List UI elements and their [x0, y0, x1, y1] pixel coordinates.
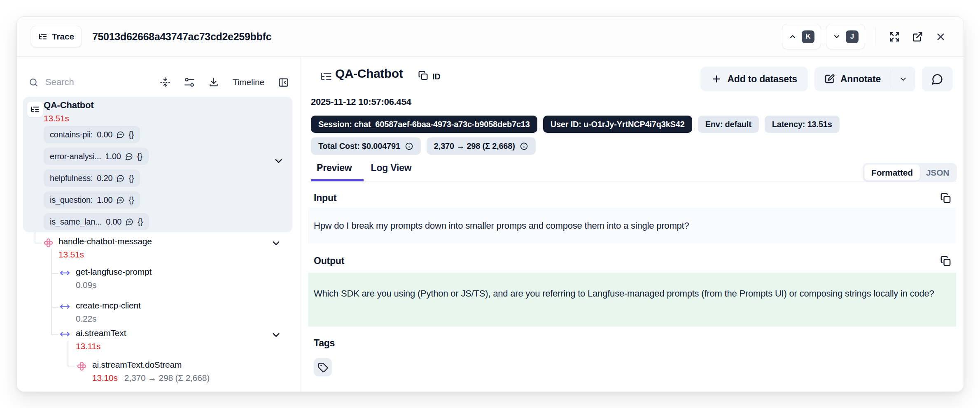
copy-id-icon[interactable] [418, 70, 428, 81]
add-tag-button[interactable] [314, 358, 332, 376]
search-icon [28, 77, 39, 88]
comment-icon [117, 174, 124, 182]
score-label: is_same_lan... [50, 217, 102, 227]
user-id-badge[interactable]: User ID: u-O1rJy-YrtNCP4i7q3kS42 [543, 116, 692, 133]
collapse-span-chevron[interactable] [271, 238, 282, 249]
score-badge[interactable]: contains-pii:0.00 {} [44, 126, 140, 143]
score-badge[interactable]: error-analysi...1.00 {} [44, 148, 149, 165]
env-badge: Env: default [698, 116, 759, 133]
span-token-usage: 2,370 → 298 (Σ 2,668) [124, 373, 210, 383]
tree-connector [51, 307, 58, 308]
external-link-icon [912, 31, 923, 42]
session-badge[interactable]: Session: chat_60587aef-6baa-4973-a73c-b9… [311, 116, 537, 133]
close-icon [935, 31, 946, 42]
detail-actions: Add to datasets Annotate [700, 67, 953, 91]
score-label: contains-pii: [50, 130, 93, 139]
input-content: Hpw do I break my prompts down into smal… [308, 208, 956, 243]
tags-section-heading: Tags [314, 338, 335, 349]
score-label: helpfulness: [50, 174, 93, 183]
comments-button[interactable] [922, 67, 953, 91]
prev-key-badge: K [802, 30, 814, 43]
comment-icon [117, 196, 124, 204]
root-duration: 13.51s [44, 114, 69, 123]
tree-span-row[interactable]: create-mcp-client [76, 301, 141, 311]
score-badge[interactable]: is_question:1.00 {} [44, 191, 140, 209]
trace-type-chip: Trace [31, 26, 82, 47]
score-braces: {} [138, 217, 143, 227]
tree-span-row[interactable]: ai.streamText [76, 328, 126, 338]
output-content: Which SDK are you using (Python or JS/TS… [308, 273, 956, 327]
trace-tree-sidebar: Timeline QA-Chatbot 13.51s contains-pii:… [17, 57, 301, 392]
trace-detail-panel: QA-Chatbot ID Add to datasets [301, 57, 964, 392]
top-bar-actions: K J [782, 24, 950, 49]
expand-icon [889, 31, 900, 42]
tree-connector [35, 243, 42, 243]
info-icon [520, 142, 528, 151]
search-input[interactable] [44, 76, 124, 88]
prev-trace-button[interactable]: K [782, 24, 821, 49]
collapse-all-icon[interactable] [160, 77, 170, 88]
annotate-menu-button[interactable] [891, 67, 915, 91]
info-icon [405, 142, 413, 151]
collapse-root-chevron[interactable] [273, 155, 284, 167]
open-in-new-button[interactable] [908, 28, 926, 46]
score-label: error-analysi... [50, 152, 101, 161]
token-usage-value: 2,370 → 298 (Σ 2,668) [434, 141, 515, 151]
collapse-span-chevron[interactable] [271, 329, 282, 341]
span-generation-icon [76, 361, 87, 372]
span-duration: 13.10s [92, 373, 118, 383]
span-generation-icon [43, 237, 54, 248]
span-arrows-icon [60, 329, 70, 339]
next-key-badge: J [846, 30, 859, 43]
tree-root-row[interactable]: QA-Chatbot 13.51s contains-pii:0.00 {} e… [23, 97, 292, 232]
download-icon[interactable] [208, 77, 219, 88]
list-tree-icon [320, 70, 332, 83]
tab-log-view[interactable]: Log View [371, 162, 412, 174]
tree-connector [68, 341, 68, 366]
active-tab-underline [311, 179, 364, 181]
tree-span-row[interactable]: get-langfuse-prompt [76, 267, 152, 277]
chevron-up-icon [789, 32, 797, 41]
root-span-name: QA-Chatbot [44, 100, 93, 111]
copy-input-icon[interactable] [940, 192, 951, 204]
total-cost-value: Total Cost: $0.004791 [318, 141, 400, 151]
tree-span-row[interactable]: handle-chatbot-message [58, 236, 152, 246]
copy-output-icon[interactable] [940, 255, 951, 267]
input-section-heading: Input [314, 192, 336, 204]
annotate-button[interactable]: Annotate [814, 67, 891, 91]
collapse-panel-icon[interactable] [278, 77, 289, 88]
expand-button[interactable] [885, 28, 903, 46]
latency-badge: Latency: 13.51s [765, 116, 840, 133]
view-settings-icon[interactable] [184, 77, 195, 88]
tree-connector [51, 273, 58, 274]
score-value: 0.00 [106, 217, 121, 227]
add-to-datasets-button[interactable]: Add to datasets [700, 67, 808, 91]
page-title: QA-Chatbot [335, 67, 403, 81]
id-chip-label[interactable]: ID [432, 72, 441, 81]
format-json-option[interactable]: JSON [920, 165, 955, 181]
annotate-label: Annotate [840, 74, 881, 85]
next-trace-button[interactable]: J [826, 24, 865, 49]
list-tree-icon [38, 32, 47, 41]
tree-connector [51, 334, 58, 335]
format-formatted-option[interactable]: Formatted [864, 165, 920, 181]
total-cost-badge[interactable]: Total Cost: $0.004791 [311, 137, 421, 155]
token-usage-badge[interactable]: 2,370 → 298 (Σ 2,668) [427, 137, 536, 155]
tag-icon [318, 362, 328, 373]
timeline-toggle[interactable]: Timeline [233, 77, 264, 87]
sidebar-tools: Timeline [160, 77, 289, 88]
score-braces: {} [128, 174, 134, 183]
score-value: 0.20 [97, 174, 112, 183]
score-label: is_question: [50, 195, 93, 205]
score-badge[interactable]: helpfulness:0.20 {} [44, 169, 140, 187]
divider [875, 28, 875, 46]
tree-connector [35, 232, 35, 243]
tree-span-row[interactable]: ai.streamText.doStream [92, 360, 182, 370]
chevron-down-icon [899, 75, 908, 83]
score-badge[interactable]: is_same_lan...0.00 {} [44, 213, 149, 230]
tab-preview[interactable]: Preview [317, 162, 352, 174]
comment-icon [117, 131, 124, 139]
output-section-heading: Output [314, 255, 344, 267]
score-value: 1.00 [97, 195, 112, 205]
close-button[interactable] [931, 28, 950, 46]
